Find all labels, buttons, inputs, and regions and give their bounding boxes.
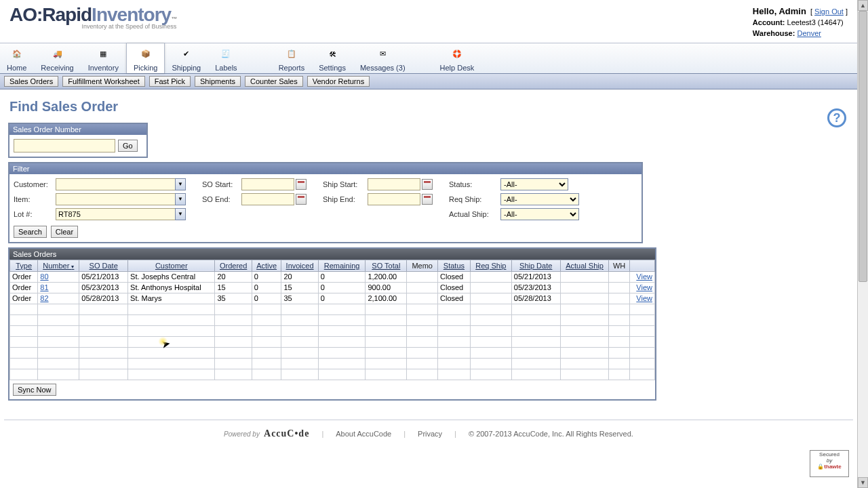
toolbar-messages[interactable]: ✉Messages (3): [353, 43, 413, 73]
col-view[interactable]: [629, 260, 654, 271]
logo-prefix: AO:: [9, 4, 42, 26]
reports-icon: 📋: [282, 46, 301, 62]
ship-end-input[interactable]: [368, 193, 420, 205]
go-button[interactable]: Go: [118, 140, 138, 152]
col-actual-ship[interactable]: Actual Ship: [560, 260, 609, 271]
ship-start-input[interactable]: [368, 178, 420, 190]
messages-icon: ✉: [373, 46, 392, 62]
actualship-select[interactable]: -All-: [500, 208, 579, 220]
calendar-icon[interactable]: [422, 194, 433, 205]
lot-input[interactable]: [56, 208, 175, 220]
calendar-icon[interactable]: [296, 179, 307, 190]
table-row: Order8205/28/2013St. Marys3503502,100.00…: [10, 293, 655, 304]
subtab-sales-orders[interactable]: Sales Orders: [4, 76, 58, 87]
toolbar-settings[interactable]: 🛠Settings: [312, 43, 353, 73]
helpdesk-icon: 🛟: [448, 46, 467, 62]
results-header: Sales Orders: [9, 249, 655, 260]
col-wh[interactable]: WH: [609, 260, 629, 271]
table-row: [10, 336, 655, 347]
subtab-fast-pick[interactable]: Fast Pick: [149, 76, 191, 87]
table-row: [10, 369, 655, 380]
filter-panel: Filter Customer: ▼ Item: ▼ Lot #: ▼: [8, 162, 643, 243]
warehouse-link[interactable]: Denver: [797, 29, 821, 37]
subtab-vendor-returns[interactable]: Vendor Returns: [307, 76, 370, 87]
footer: Powered by AccuC•de | About AccuCode | P…: [0, 424, 857, 443]
customer-combo[interactable]: ▼: [56, 178, 186, 190]
col-so-total[interactable]: SO Total: [366, 260, 407, 271]
item-combo[interactable]: ▼: [56, 193, 186, 205]
chevron-down-icon[interactable]: ▼: [175, 208, 186, 220]
table-row: [10, 358, 655, 369]
order-number-link[interactable]: 82: [40, 294, 48, 302]
clear-button[interactable]: Clear: [51, 226, 78, 238]
reqship-select[interactable]: -All-: [500, 193, 579, 205]
toolbar-shipping[interactable]: ✔Shipping: [165, 43, 208, 73]
results-panel: Sales Orders TypeNumber ▾SO DateCustomer…: [8, 247, 656, 401]
labels-icon: 🧾: [216, 46, 235, 62]
chevron-down-icon[interactable]: ▼: [175, 193, 186, 205]
receiving-icon: 🚚: [48, 46, 67, 62]
scroll-up-arrow[interactable]: ▲: [858, 0, 868, 11]
col-active[interactable]: Active: [252, 260, 281, 271]
order-number-link[interactable]: 81: [40, 283, 48, 291]
scroll-down-arrow[interactable]: ▼: [858, 477, 868, 488]
table-row: [10, 314, 655, 325]
order-number-link[interactable]: 80: [40, 272, 48, 281]
status-select[interactable]: -All-: [500, 178, 568, 190]
so-number-input[interactable]: [14, 139, 115, 152]
view-link[interactable]: View: [636, 294, 652, 302]
col-status[interactable]: Status: [438, 260, 471, 271]
help-icon[interactable]: ?: [827, 108, 846, 127]
col-remaining[interactable]: Remaining: [318, 260, 366, 271]
col-ship-date[interactable]: Ship Date: [511, 260, 560, 271]
toolbar-home[interactable]: 🏠Home: [0, 43, 34, 73]
customer-input[interactable]: [56, 178, 175, 190]
search-button[interactable]: Search: [14, 226, 47, 238]
view-link[interactable]: View: [636, 272, 652, 281]
shipping-icon: ✔: [177, 46, 196, 62]
toolbar-helpdesk[interactable]: 🛟Help Desk: [433, 43, 482, 73]
scroll-track[interactable]: [858, 11, 868, 477]
lot-combo[interactable]: ▼: [56, 208, 186, 220]
item-input[interactable]: [56, 193, 175, 205]
toolbar-receiving[interactable]: 🚚Receiving: [34, 43, 81, 73]
col-req-ship[interactable]: Req Ship: [470, 260, 511, 271]
about-link[interactable]: About AccuCode: [336, 430, 391, 438]
chevron-down-icon[interactable]: ▼: [175, 178, 186, 190]
col-memo[interactable]: Memo: [407, 260, 438, 271]
vertical-scrollbar[interactable]: ▲ ▼: [857, 0, 868, 488]
so-start-input[interactable]: [241, 178, 294, 190]
toolbar-picking[interactable]: 📦Picking: [126, 43, 165, 73]
so-number-header: Sales Order Number: [9, 124, 146, 135]
so-end-input[interactable]: [241, 193, 294, 205]
main-toolbar: 🏠Home 🚚Receiving ▦Inventory 📦Picking ✔Sh…: [0, 43, 857, 74]
col-type[interactable]: Type: [10, 260, 38, 271]
copyright: © 2007-2013 AccuCode, Inc. All Rights Re…: [469, 430, 633, 438]
table-row: [10, 347, 655, 358]
toolbar-inventory[interactable]: ▦Inventory: [81, 43, 126, 73]
sales-orders-table: TypeNumber ▾SO DateCustomerOrderedActive…: [9, 260, 655, 380]
subtab-shipments[interactable]: Shipments: [195, 76, 241, 87]
col-invoiced[interactable]: Invoiced: [281, 260, 318, 271]
scroll-thumb[interactable]: [859, 11, 867, 282]
toolbar-reports[interactable]: 📋Reports: [272, 43, 313, 73]
calendar-icon[interactable]: [422, 179, 433, 190]
col-customer[interactable]: Customer: [128, 260, 215, 271]
col-number[interactable]: Number ▾: [38, 260, 79, 271]
page-title: Find Sales Order: [9, 99, 849, 115]
view-link[interactable]: View: [636, 283, 652, 291]
col-so-date[interactable]: SO Date: [79, 260, 128, 271]
logo: AO: Rapid Inventory ™ Inventory at the S…: [9, 4, 176, 30]
subtab-fulfillment-worksheet[interactable]: Fulfillment Worksheet: [62, 76, 145, 87]
security-seal[interactable]: Secured by 🔒thawte: [810, 450, 849, 477]
filter-header: Filter: [9, 163, 642, 174]
col-ordered[interactable]: Ordered: [215, 260, 252, 271]
sign-out-link[interactable]: Sign Out: [814, 7, 844, 16]
privacy-link[interactable]: Privacy: [418, 430, 442, 438]
sync-now-button[interactable]: Sync Now: [13, 384, 56, 396]
toolbar-labels[interactable]: 🧾Labels: [208, 43, 244, 73]
subtab-counter-sales[interactable]: Counter Sales: [245, 76, 303, 87]
table-row: [10, 325, 655, 336]
calendar-icon[interactable]: [296, 194, 307, 205]
table-row: [10, 304, 655, 314]
